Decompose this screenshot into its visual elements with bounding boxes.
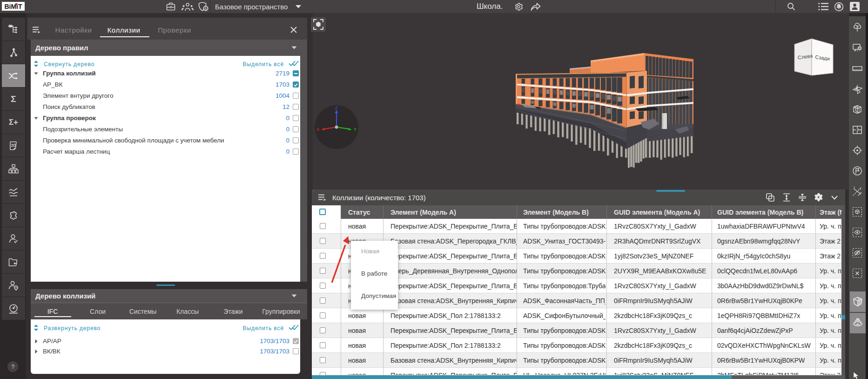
svg-text:2D: 2D bbox=[11, 143, 16, 148]
svg-text:X: X bbox=[316, 127, 319, 132]
svg-text:2: 2 bbox=[860, 187, 861, 190]
svg-text:1: 1 bbox=[854, 186, 855, 189]
svg-text:Z: Z bbox=[335, 106, 338, 110]
svg-text:Y: Y bbox=[354, 127, 357, 132]
